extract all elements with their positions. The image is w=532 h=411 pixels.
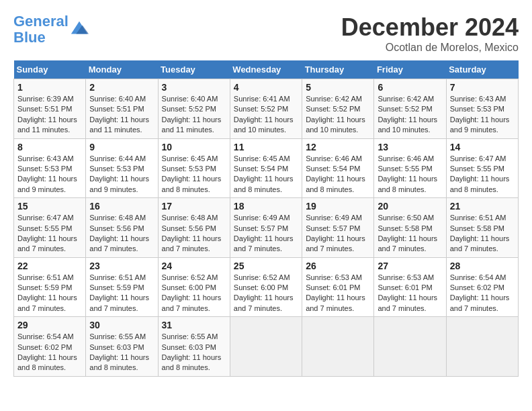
day-number: 21 — [450, 201, 515, 212]
sunrise-label: Sunrise: 6:51 AM — [17, 273, 74, 281]
daylight-label: Daylight: 11 hours and 7 minutes. — [450, 234, 510, 253]
calendar-cell: 3 Sunrise: 6:40 AM Sunset: 5:52 PM Dayli… — [158, 79, 230, 139]
day-number: 15 — [17, 201, 82, 212]
sunrise-label: Sunrise: 6:51 AM — [89, 273, 146, 281]
location-title: Ocotlan de Morelos, Mexico — [341, 42, 519, 54]
calendar-cell — [446, 317, 518, 377]
sunrise-label: Sunrise: 6:46 AM — [306, 154, 362, 163]
daylight-label: Daylight: 11 hours and 10 minutes. — [234, 116, 294, 134]
page-header: General Blue December 2024 Ocotlan de Mo… — [13, 13, 519, 54]
day-info: Sunrise: 6:49 AM Sunset: 5:57 PM Dayligh… — [234, 213, 298, 255]
sunrise-label: Sunrise: 6:40 AM — [89, 95, 146, 103]
sunrise-label: Sunrise: 6:50 AM — [378, 214, 434, 222]
sunset-label: Sunset: 6:02 PM — [450, 283, 504, 291]
sunrise-label: Sunrise: 6:54 AM — [17, 332, 74, 340]
calendar-week-5: 29 Sunrise: 6:54 AM Sunset: 6:02 PM Dayl… — [14, 317, 519, 377]
sunrise-label: Sunrise: 6:43 AM — [17, 154, 74, 163]
header-row: Sunday Monday Tuesday Wednesday Thursday… — [14, 60, 519, 79]
sunset-label: Sunset: 5:55 PM — [450, 165, 504, 173]
sunrise-label: Sunrise: 6:53 AM — [378, 273, 434, 281]
day-info: Sunrise: 6:43 AM Sunset: 5:53 PM Dayligh… — [17, 154, 82, 195]
calendar-cell: 19 Sunrise: 6:49 AM Sunset: 5:57 PM Dayl… — [302, 198, 374, 258]
daylight-label: Daylight: 11 hours and 9 minutes. — [89, 175, 149, 193]
daylight-label: Daylight: 11 hours and 8 minutes. — [306, 175, 365, 193]
col-monday: Monday — [86, 60, 158, 79]
title-block: December 2024 Ocotlan de Morelos, Mexico — [341, 13, 519, 54]
calendar-cell: 10 Sunrise: 6:45 AM Sunset: 5:53 PM Dayl… — [158, 138, 230, 198]
sunrise-label: Sunrise: 6:54 AM — [450, 273, 506, 281]
sunset-label: Sunset: 5:53 PM — [17, 165, 72, 173]
day-number: 16 — [89, 201, 154, 212]
sunset-label: Sunset: 5:59 PM — [17, 283, 72, 291]
day-number: 27 — [378, 261, 442, 271]
calendar-cell: 14 Sunrise: 6:47 AM Sunset: 5:55 PM Dayl… — [446, 138, 518, 198]
day-info: Sunrise: 6:48 AM Sunset: 5:56 PM Dayligh… — [162, 213, 226, 255]
day-number: 24 — [162, 261, 226, 271]
day-info: Sunrise: 6:46 AM Sunset: 5:54 PM Dayligh… — [306, 154, 370, 195]
daylight-label: Daylight: 11 hours and 8 minutes. — [89, 353, 149, 371]
day-number: 17 — [162, 201, 226, 212]
sunrise-label: Sunrise: 6:52 AM — [234, 273, 290, 281]
calendar-cell — [302, 317, 374, 377]
day-number: 11 — [234, 142, 298, 152]
day-info: Sunrise: 6:49 AM Sunset: 5:57 PM Dayligh… — [306, 213, 370, 255]
day-info: Sunrise: 6:55 AM Sunset: 6:03 PM Dayligh… — [89, 332, 154, 373]
sunset-label: Sunset: 5:52 PM — [234, 105, 288, 113]
calendar-cell: 6 Sunrise: 6:42 AM Sunset: 5:52 PM Dayli… — [374, 79, 446, 139]
col-wednesday: Wednesday — [230, 60, 302, 79]
logo-line2: Blue — [13, 29, 46, 46]
sunrise-label: Sunrise: 6:42 AM — [306, 95, 362, 103]
sunset-label: Sunset: 5:53 PM — [162, 165, 216, 173]
calendar-cell: 23 Sunrise: 6:51 AM Sunset: 5:59 PM Dayl… — [86, 257, 158, 317]
day-number: 9 — [89, 142, 154, 152]
daylight-label: Daylight: 11 hours and 7 minutes. — [89, 234, 149, 253]
day-number: 7 — [450, 82, 515, 93]
day-info: Sunrise: 6:46 AM Sunset: 5:55 PM Dayligh… — [378, 154, 442, 195]
day-info: Sunrise: 6:52 AM Sunset: 6:00 PM Dayligh… — [234, 273, 298, 314]
day-info: Sunrise: 6:44 AM Sunset: 5:53 PM Dayligh… — [89, 154, 154, 195]
calendar-body: 1 Sunrise: 6:39 AM Sunset: 5:51 PM Dayli… — [14, 79, 519, 377]
calendar-cell: 18 Sunrise: 6:49 AM Sunset: 5:57 PM Dayl… — [230, 198, 302, 258]
col-sunday: Sunday — [14, 60, 86, 79]
sunset-label: Sunset: 5:56 PM — [162, 224, 216, 232]
daylight-label: Daylight: 11 hours and 8 minutes. — [17, 353, 77, 371]
day-info: Sunrise: 6:53 AM Sunset: 6:01 PM Dayligh… — [378, 273, 442, 314]
daylight-label: Daylight: 11 hours and 7 minutes. — [17, 293, 77, 312]
sunset-label: Sunset: 5:58 PM — [378, 224, 432, 232]
day-info: Sunrise: 6:52 AM Sunset: 6:00 PM Dayligh… — [162, 273, 226, 314]
day-info: Sunrise: 6:48 AM Sunset: 5:56 PM Dayligh… — [89, 213, 154, 255]
sunrise-label: Sunrise: 6:43 AM — [450, 95, 506, 103]
calendar-cell: 26 Sunrise: 6:53 AM Sunset: 6:01 PM Dayl… — [302, 257, 374, 317]
day-info: Sunrise: 6:54 AM Sunset: 6:02 PM Dayligh… — [450, 273, 515, 314]
day-info: Sunrise: 6:50 AM Sunset: 5:58 PM Dayligh… — [378, 213, 442, 255]
day-number: 6 — [378, 82, 442, 93]
daylight-label: Daylight: 11 hours and 10 minutes. — [378, 116, 437, 134]
month-title: December 2024 — [341, 13, 519, 42]
calendar-cell: 13 Sunrise: 6:46 AM Sunset: 5:55 PM Dayl… — [374, 138, 446, 198]
sunset-label: Sunset: 5:52 PM — [378, 105, 432, 113]
sunrise-label: Sunrise: 6:55 AM — [89, 332, 146, 340]
day-info: Sunrise: 6:39 AM Sunset: 5:51 PM Dayligh… — [17, 94, 82, 136]
calendar-cell — [230, 317, 302, 377]
calendar-cell: 9 Sunrise: 6:44 AM Sunset: 5:53 PM Dayli… — [86, 138, 158, 198]
day-number: 26 — [306, 261, 370, 271]
sunset-label: Sunset: 6:00 PM — [234, 283, 288, 291]
day-info: Sunrise: 6:40 AM Sunset: 5:51 PM Dayligh… — [89, 94, 154, 136]
sunset-label: Sunset: 6:03 PM — [89, 343, 144, 351]
sunrise-label: Sunrise: 6:40 AM — [162, 95, 218, 103]
calendar-table: Sunday Monday Tuesday Wednesday Thursday… — [13, 60, 519, 377]
day-info: Sunrise: 6:47 AM Sunset: 5:55 PM Dayligh… — [450, 154, 515, 195]
sunrise-label: Sunrise: 6:48 AM — [89, 214, 146, 222]
daylight-label: Daylight: 11 hours and 8 minutes. — [162, 175, 222, 193]
sunrise-label: Sunrise: 6:51 AM — [450, 214, 506, 222]
sunset-label: Sunset: 5:55 PM — [17, 224, 72, 232]
daylight-label: Daylight: 11 hours and 9 minutes. — [17, 175, 77, 193]
day-number: 22 — [17, 261, 82, 271]
day-number: 18 — [234, 201, 298, 212]
calendar-cell: 20 Sunrise: 6:50 AM Sunset: 5:58 PM Dayl… — [374, 198, 446, 258]
sunset-label: Sunset: 5:55 PM — [378, 165, 432, 173]
sunrise-label: Sunrise: 6:48 AM — [162, 214, 218, 222]
logo: General Blue — [13, 13, 89, 46]
sunset-label: Sunset: 5:54 PM — [306, 165, 360, 173]
calendar-cell: 5 Sunrise: 6:42 AM Sunset: 5:52 PM Dayli… — [302, 79, 374, 139]
